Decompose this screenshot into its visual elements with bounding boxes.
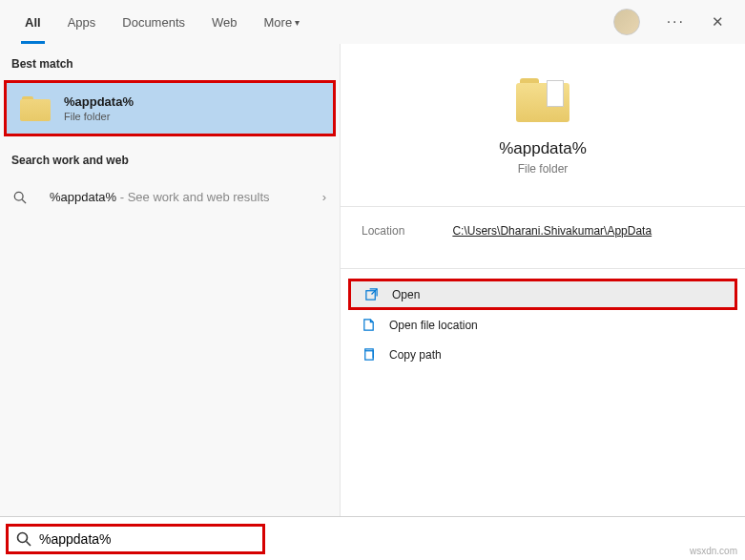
svg-rect-4 [365, 351, 373, 360]
web-result-suffix: - See work and web results [116, 190, 269, 204]
action-copy-path[interactable]: Copy path [341, 340, 745, 369]
search-bar: wsxdn.com [0, 516, 745, 560]
chevron-down-icon: ▾ [295, 17, 300, 28]
svg-point-5 [18, 532, 28, 542]
tab-documents[interactable]: Documents [109, 0, 198, 44]
tab-web[interactable]: Web [198, 0, 251, 44]
svg-line-3 [372, 289, 378, 295]
search-icon [9, 531, 39, 547]
actions-list: Open Open file location Copy path [341, 269, 745, 369]
chevron-right-icon: › [322, 190, 326, 204]
folder-icon [20, 96, 51, 121]
best-match-highlight: %appdata% File folder [4, 80, 336, 136]
web-result-query: %appdata% [50, 190, 116, 204]
preview-subtitle: File folder [360, 162, 726, 176]
svg-point-0 [14, 192, 23, 200]
location-path[interactable]: C:\Users\Dharani.Shivakumar\AppData [452, 224, 652, 238]
search-icon [13, 191, 36, 204]
tab-more[interactable]: More ▾ [251, 0, 314, 44]
result-text: %appdata% File folder [64, 94, 320, 122]
file-location-icon [362, 318, 376, 332]
web-result-text: %appdata% - See work and web results [50, 190, 309, 204]
tab-all[interactable]: All [11, 0, 54, 44]
preview-header: %appdata% File folder [341, 44, 745, 193]
tab-more-label: More [264, 15, 293, 30]
preview-panel: %appdata% File folder Location C:\Users\… [340, 44, 745, 516]
copy-icon [362, 347, 376, 362]
best-match-heading: Best match [0, 57, 340, 80]
user-avatar[interactable] [613, 9, 640, 35]
results-panel: Best match %appdata% File folder Search … [0, 44, 340, 516]
tab-apps[interactable]: Apps [54, 0, 110, 44]
location-label: Location [362, 224, 404, 238]
open-action-highlight: Open [348, 279, 737, 310]
result-subtitle: File folder [64, 111, 320, 122]
search-input[interactable] [39, 531, 262, 547]
search-work-web-heading: Search work and web [0, 154, 340, 176]
main-content: Best match %appdata% File folder Search … [0, 44, 745, 516]
action-open[interactable]: Open [351, 281, 735, 307]
header-right: ··· ✕ [613, 9, 745, 35]
best-match-result[interactable]: %appdata% File folder [7, 83, 333, 134]
folder-large-icon [516, 78, 569, 122]
web-search-result[interactable]: %appdata% - See work and web results › [0, 176, 340, 218]
action-open-label: Open [392, 288, 420, 301]
filter-tabs: All Apps Documents Web More ▾ ··· ✕ [0, 0, 745, 44]
search-box-highlight [6, 524, 265, 554]
open-icon [364, 287, 379, 301]
svg-line-1 [22, 199, 26, 203]
result-title: %appdata% [64, 94, 320, 109]
watermark: wsxdn.com [690, 546, 737, 556]
action-open-file-location[interactable]: Open file location [341, 310, 745, 340]
svg-line-6 [27, 541, 31, 546]
preview-title: %appdata% [360, 139, 726, 158]
action-copy-path-label: Copy path [389, 348, 442, 362]
action-open-file-location-label: Open file location [389, 319, 478, 332]
close-button[interactable]: ✕ [712, 13, 724, 31]
location-row: Location C:\Users\Dharani.Shivakumar\App… [341, 207, 745, 255]
more-options-button[interactable]: ··· [667, 13, 685, 31]
